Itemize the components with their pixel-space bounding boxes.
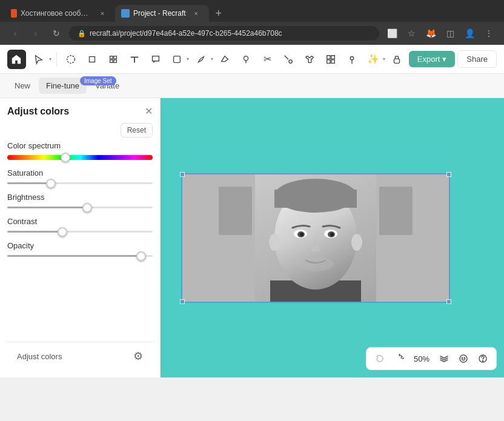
sidebar-button[interactable]: ◫ [442, 25, 458, 41]
magic-tool[interactable]: ✨ ▾ [363, 50, 385, 69]
user-button[interactable]: 👤 [462, 25, 477, 41]
extensions-button[interactable]: ⬜ [384, 25, 400, 41]
lasso-tool[interactable] [62, 50, 81, 69]
contrast-label: Contrast [7, 217, 153, 226]
tab-new-label: New [15, 81, 30, 90]
bottom-bar: 50% [366, 347, 497, 370]
pen-tool[interactable]: ▾ [191, 50, 213, 69]
saturation-slider[interactable] [7, 182, 153, 184]
contrast-slider[interactable] [7, 231, 153, 233]
resize-handle-tl[interactable] [180, 172, 185, 177]
shape-tool[interactable]: ▾ [167, 50, 189, 69]
saturation-section: Saturation [7, 168, 153, 184]
text-tool[interactable] [125, 50, 144, 69]
svg-rect-11 [379, 187, 413, 235]
resize-handle-bl[interactable] [180, 299, 185, 304]
pattern-tool[interactable] [104, 50, 123, 69]
eyedrop-tool[interactable] [237, 50, 256, 69]
color-spectrum-section: Color spectrum [7, 141, 153, 160]
toolbar: ▾ ▾ ▾ [0, 45, 504, 74]
svg-point-5 [350, 56, 353, 59]
resize-handle-br[interactable] [446, 299, 451, 304]
history-controls: 50% [366, 347, 497, 370]
share-button[interactable]: Share [457, 50, 497, 68]
pin-tool[interactable] [342, 50, 361, 69]
opacity-label: Opacity [7, 241, 153, 250]
brightness-label: Brightness [7, 193, 153, 202]
undo-button[interactable] [371, 350, 388, 367]
brightness-thumb[interactable] [82, 203, 92, 213]
image-set-label: Image Set [84, 78, 112, 84]
crop-tool[interactable] [83, 50, 102, 69]
export-arrow: ▾ [442, 55, 446, 64]
saturation-thumb[interactable] [46, 179, 56, 188]
color-spectrum-label: Color spectrum [7, 141, 153, 150]
svg-point-26 [460, 355, 467, 362]
svg-point-28 [464, 357, 465, 359]
resize-handle-tr[interactable] [446, 172, 451, 177]
divider-1 [56, 52, 57, 67]
menu-button[interactable]: ⋮ [481, 25, 497, 41]
browser-nav: ‹ › ↻ 🔒 recraft.ai/project/d97e4a64-a52e… [0, 22, 504, 45]
saturation-label: Saturation [7, 168, 153, 177]
emoji-button[interactable] [455, 350, 472, 367]
browser-chrome: Хостинговое сообщество «Ti... × Project … [0, 0, 504, 45]
color-spectrum-thumb[interactable] [61, 153, 70, 162]
color-spectrum-slider[interactable] [7, 155, 153, 160]
help-button[interactable] [474, 350, 491, 367]
browser-tab-2[interactable]: Project - Recraft × [115, 5, 209, 22]
layout-tool[interactable] [321, 50, 340, 69]
panel-title: Adjust colors [7, 106, 69, 117]
svg-rect-10 [219, 187, 252, 235]
eraser-tool[interactable] [216, 50, 234, 69]
cut-tool[interactable]: ✂ [258, 50, 277, 69]
export-button[interactable]: Export ▾ [409, 51, 456, 67]
image-selection-box[interactable] [181, 173, 450, 303]
tab-new[interactable]: New [7, 78, 38, 94]
browser-tab-1[interactable]: Хостинговое сообщество «Ti... × [5, 5, 114, 22]
reset-button[interactable]: Reset [121, 123, 153, 138]
lock-tool[interactable] [388, 50, 406, 69]
svg-point-27 [462, 357, 463, 359]
address-text: recraft.ai/project/d97e4a64-a52e-497c-b2… [90, 29, 282, 38]
share-label: Share [466, 55, 488, 64]
panel-close-button[interactable]: ✕ [145, 105, 153, 117]
opacity-slider[interactable] [7, 255, 153, 257]
sub-toolbar: New Fine-tune Variate Image Set [0, 74, 504, 98]
zoom-label: 50% [410, 354, 433, 363]
lock-icon: 🔒 [78, 30, 86, 38]
home-button[interactable] [7, 50, 26, 69]
tab-close-2[interactable]: × [192, 9, 201, 18]
forward-button[interactable]: › [28, 25, 44, 41]
select-arrow: ▾ [49, 56, 51, 62]
contrast-thumb[interactable] [58, 227, 67, 237]
svg-point-23 [269, 234, 280, 251]
contrast-section: Contrast [7, 217, 153, 233]
pen-arrow: ▾ [211, 56, 213, 62]
fill-tool[interactable] [279, 50, 298, 69]
svg-point-22 [330, 233, 334, 236]
tab-favicon-2 [121, 9, 130, 18]
canvas-background [161, 98, 504, 377]
svg-rect-16 [274, 190, 357, 208]
select-tool[interactable]: ▾ [28, 50, 51, 69]
layers-button[interactable] [436, 350, 453, 367]
brightness-slider[interactable] [7, 207, 153, 208]
back-button[interactable]: ‹ [7, 25, 23, 41]
redo-button[interactable] [391, 350, 408, 367]
canvas-main [161, 98, 471, 377]
refresh-button[interactable]: ↻ [48, 25, 64, 41]
shirt-tool[interactable] [300, 50, 319, 69]
profile-button[interactable]: 🦊 [423, 25, 439, 41]
tab-close-1[interactable]: × [99, 9, 105, 18]
opacity-thumb[interactable] [136, 251, 146, 261]
tab-bar: Хостинговое сообщество «Ti... × Project … [0, 0, 504, 22]
speech-tool[interactable] [146, 50, 165, 69]
tab-favicon-1 [11, 9, 17, 18]
canvas-area[interactable]: 50% [161, 98, 504, 377]
bookmark-button[interactable]: ☆ [403, 25, 419, 41]
address-bar[interactable]: 🔒 recraft.ai/project/d97e4a64-a52e-497c-… [69, 26, 379, 41]
app: ▾ ▾ ▾ [0, 45, 504, 377]
new-tab-button[interactable]: + [210, 5, 227, 22]
tune-icon[interactable]: ⚙ [133, 350, 143, 363]
